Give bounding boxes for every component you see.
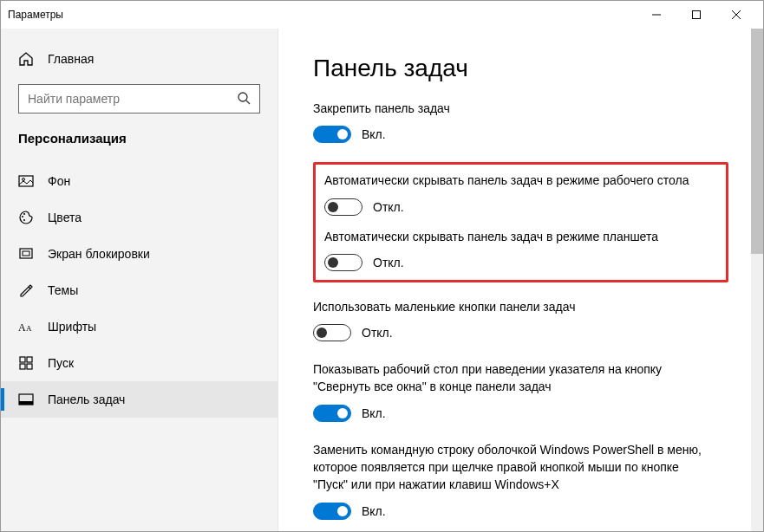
sidebar-item-taskbar[interactable]: Панель задач (1, 381, 278, 418)
toggle-small-buttons[interactable] (313, 324, 351, 341)
svg-rect-0 (693, 11, 701, 19)
home-icon (18, 51, 34, 67)
sidebar-item-lockscreen[interactable]: Экран блокировки (1, 236, 278, 272)
setting-label: Автоматически скрывать панель задач в ре… (324, 228, 717, 245)
svg-rect-8 (23, 251, 29, 256)
themes-icon (18, 282, 34, 298)
lockscreen-icon (18, 246, 34, 262)
toggle-state: Вкл. (362, 127, 386, 141)
svg-rect-16 (19, 401, 33, 405)
setting-label: Закрепить панель задач (313, 100, 712, 117)
setting-autohide-tablet: Автоматически скрывать панель задач в ре… (324, 228, 717, 271)
setting-autohide-desktop: Автоматически скрывать панель задач в ре… (324, 172, 717, 215)
sidebar-item-label: Цвета (48, 211, 82, 224)
setting-lock-taskbar: Закрепить панель задач Вкл. (313, 100, 728, 143)
toggle-state: Откл. (373, 200, 404, 214)
toggle-autohide-tablet[interactable] (324, 254, 362, 271)
svg-text:A: A (26, 324, 32, 333)
minimize-icon (652, 10, 661, 19)
svg-point-3 (23, 178, 25, 181)
sidebar-item-label: Экран блокировки (48, 247, 150, 261)
setting-label: Показывать рабочий стол при наведении ук… (313, 360, 712, 396)
toggle-state: Вкл. (362, 504, 386, 518)
setting-small-buttons: Использовать маленькие кнопки панели зад… (313, 298, 728, 341)
sidebar: Главная Персонализация Фон (1, 29, 278, 531)
main-panel: Панель задач Закрепить панель задач Вкл.… (278, 29, 763, 531)
close-icon (732, 10, 741, 19)
toggle-state: Вкл. (362, 406, 386, 420)
search-input[interactable] (28, 92, 237, 106)
picture-icon (18, 173, 34, 189)
sidebar-item-label: Пуск (48, 356, 74, 370)
toggle-show-desktop[interactable] (313, 405, 351, 422)
setting-show-desktop: Показывать рабочий стол при наведении ук… (313, 360, 728, 422)
taskbar-icon (18, 392, 34, 407)
sidebar-item-start[interactable]: Пуск (1, 345, 278, 381)
svg-point-5 (23, 213, 25, 215)
maximize-button[interactable] (676, 1, 716, 29)
settings-window: Параметры Главная (0, 0, 764, 532)
close-button[interactable] (716, 1, 756, 29)
search-container (1, 84, 278, 131)
nav-list: Фон Цвета Экран блокировки (1, 163, 278, 418)
home-link[interactable]: Главная (1, 46, 278, 84)
setting-powershell: Заменить командную строку оболочкой Wind… (313, 441, 728, 520)
svg-rect-14 (27, 364, 32, 369)
home-label: Главная (48, 52, 94, 66)
category-title: Персонализация (1, 131, 278, 163)
toggle-state: Откл. (362, 326, 393, 340)
search-icon (237, 91, 251, 107)
toggle-autohide-desktop[interactable] (324, 198, 362, 216)
sidebar-item-background[interactable]: Фон (1, 163, 278, 199)
setting-label: Автоматически скрывать панель задач в ре… (324, 172, 717, 189)
toggle-powershell[interactable] (313, 503, 351, 520)
svg-rect-13 (20, 364, 25, 369)
svg-text:A: A (18, 321, 26, 333)
start-icon (18, 355, 34, 371)
svg-rect-12 (27, 357, 32, 362)
sidebar-item-label: Шрифты (48, 320, 96, 334)
highlight-box: Автоматически скрывать панель задач в ре… (313, 162, 728, 282)
toggle-lock-taskbar[interactable] (313, 126, 351, 143)
page-title: Панель задач (313, 55, 728, 82)
maximize-icon (692, 10, 701, 19)
sidebar-item-label: Панель задач (48, 393, 125, 406)
fonts-icon: AA (18, 319, 34, 334)
svg-point-4 (22, 216, 23, 217)
sidebar-item-label: Темы (48, 283, 78, 297)
sidebar-item-label: Фон (48, 174, 70, 188)
setting-label: Использовать маленькие кнопки панели зад… (313, 298, 712, 315)
setting-label: Заменить командную строку оболочкой Wind… (313, 441, 712, 494)
svg-rect-7 (20, 249, 32, 258)
scrollbar-thumb[interactable] (751, 29, 763, 254)
palette-icon (18, 210, 34, 225)
search-box[interactable] (18, 84, 260, 114)
sidebar-item-themes[interactable]: Темы (1, 272, 278, 308)
sidebar-item-fonts[interactable]: AA Шрифты (1, 308, 278, 345)
window-controls (637, 1, 756, 29)
scrollbar-track[interactable] (751, 29, 763, 531)
sidebar-item-colors[interactable]: Цвета (1, 199, 278, 236)
window-title: Параметры (8, 9, 637, 21)
titlebar: Параметры (1, 1, 763, 29)
minimize-button[interactable] (637, 1, 676, 29)
content-area: Главная Персонализация Фон (1, 29, 763, 531)
toggle-state: Откл. (373, 256, 404, 269)
svg-point-6 (23, 219, 25, 221)
svg-rect-11 (20, 357, 25, 362)
svg-point-1 (238, 93, 247, 101)
